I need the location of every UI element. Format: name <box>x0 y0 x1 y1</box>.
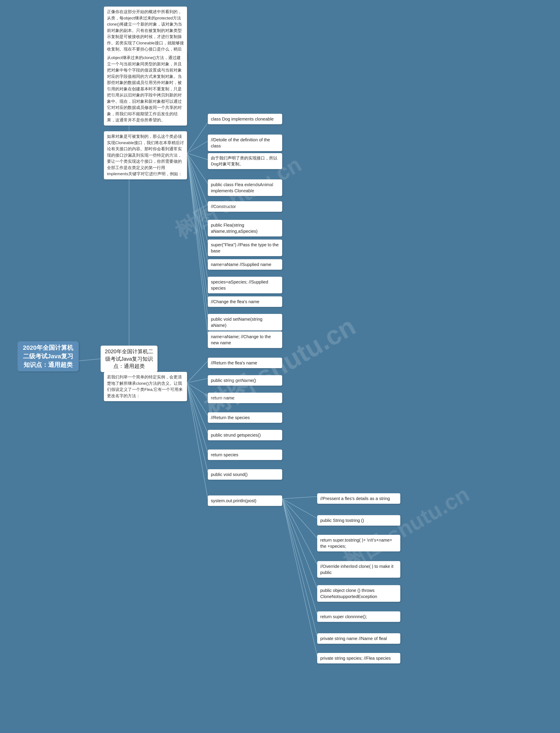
far-right-1: //Pressent a fles's details as a string <box>317 493 400 504</box>
text-2-content: 从object继承过来的clone()方法，通过建立一个与当前对象同类型的新对象… <box>107 55 182 122</box>
svg-line-30 <box>282 499 317 518</box>
code-node-10: //Change the flea's name <box>208 296 282 307</box>
svg-line-21 <box>187 361 208 383</box>
far-right-7: private string name //Name of fleal <box>317 633 400 644</box>
lower-1: //Return the flea's name <box>211 360 257 365</box>
lower-node-7: public void sound() <box>208 469 282 480</box>
code-4: public class Flea extendsAnimal implemen… <box>211 182 273 193</box>
svg-line-34 <box>282 499 317 615</box>
code-node-6: public Flea(string aName,string,aSpecies… <box>208 220 282 236</box>
text-node-2: 从object继承过来的clone()方法，通过建立一个与当前对象同类型的新对象… <box>104 52 187 126</box>
svg-line-26 <box>187 383 208 453</box>
far-3: return super.tostring( )+ \nIt's+name+ t… <box>320 538 392 549</box>
code-1: class Dog implements cloneable <box>211 117 274 121</box>
svg-line-32 <box>282 499 317 564</box>
svg-line-15 <box>187 153 208 243</box>
code-2: //Detoile of the definition of the class <box>211 137 270 148</box>
code-3: 由于我们声明了类的实现接口，所以Dog对象可复制。 <box>211 156 277 166</box>
svg-line-24 <box>187 383 208 416</box>
text-node-3: 如果对象是可被复制的，那么这个类必须实现Cloneable接口，我们将在本章稍后… <box>104 131 187 179</box>
code-node-8: name=aName //Supplied name <box>208 259 282 270</box>
branch-node: 2020年全国计算机二级考试Java复习知识点：通用超类 <box>101 346 157 372</box>
lower-4: //Return the species <box>211 415 250 420</box>
svg-line-18 <box>187 153 208 300</box>
code-node-3: 由于我们声明了类的实现接口，所以Dog对象可复制。 <box>208 153 282 169</box>
far-right-6: return super clonnnne(); <box>317 611 400 622</box>
root-node: 2020年全国计算机二级考试Java复习知识点：通用超类 <box>17 341 79 371</box>
far-6: return super clonnnne(); <box>320 614 367 619</box>
code-12: name=aName; //Change to the new name <box>211 334 271 345</box>
lower-6: return species <box>211 452 238 457</box>
lower-3: return name <box>211 395 235 400</box>
text-1-content: 正像你在这部分开始的概述中所看到的，从类，每object继承过来的protect… <box>107 9 184 58</box>
svg-line-20 <box>187 153 208 335</box>
code-9: species=aSpecies; //Supplied species <box>211 280 268 290</box>
far-right-5: public object clone () throws CloneNotsu… <box>317 585 400 602</box>
mind-map: 树图 shutu.cn 树图 shutu.cn 树图 shutu.cn <box>0 0 560 733</box>
lower-node-3: return name <box>208 393 282 403</box>
svg-line-29 <box>282 497 317 499</box>
far-8: private string species; //Flea species <box>320 656 391 661</box>
lower-2: public string getName() <box>211 378 256 383</box>
svg-line-13 <box>187 153 208 206</box>
lower-node-6: return species <box>208 450 282 460</box>
far-right-3: return super.tostring( )+ \nIt's+name+ t… <box>317 535 400 551</box>
scenario-node: 若我们列举一个简单的特定实例，会更清楚地了解所继承clone()方法的含义。让我… <box>104 372 187 401</box>
svg-line-14 <box>187 153 208 223</box>
svg-line-16 <box>187 153 208 262</box>
code-node-9: species=aSpecies; //Supplied species <box>208 277 282 293</box>
svg-line-0 <box>79 359 101 361</box>
svg-line-36 <box>282 499 317 656</box>
code-node-7: super("Flea") //Pass the type to the bas… <box>208 240 282 256</box>
code-5: //Constructor <box>211 204 236 209</box>
code-node-12: name=aName; //Change to the new name <box>208 331 282 348</box>
far-4: //Override inherited clone( ) to make it… <box>320 564 394 575</box>
svg-line-35 <box>282 499 317 637</box>
svg-line-27 <box>187 383 208 472</box>
code-node-1: class Dog implements cloneable <box>208 114 282 124</box>
code-10: //Change the flea's name <box>211 299 259 304</box>
svg-line-9 <box>187 122 208 153</box>
code-6: public Flea(string aName,string,aSpecies… <box>211 223 257 234</box>
far-2: public String tostring () <box>320 518 364 523</box>
far-right-8: private string species; //Flea species <box>317 653 400 663</box>
svg-line-33 <box>282 499 317 588</box>
far-1: //Pressent a fles's details as a string <box>320 496 390 501</box>
code-8: name=aName //Supplied name <box>211 262 271 267</box>
svg-line-12 <box>187 153 208 184</box>
far-5: public object clone () throws CloneNotsu… <box>320 588 377 599</box>
lower-node-1: //Return the flea's name <box>208 358 282 368</box>
lower-node-5: public strund getspecies() <box>208 430 282 440</box>
code-node-4: public class Flea extendsAnimal implemen… <box>208 179 282 196</box>
far-right-2: public String tostring () <box>317 515 400 526</box>
code-node-2: //Detoile of the definition of the class <box>208 135 282 151</box>
svg-line-10 <box>187 141 208 153</box>
svg-line-31 <box>282 499 317 538</box>
svg-line-19 <box>187 153 208 317</box>
svg-line-25 <box>187 383 208 433</box>
svg-line-17 <box>187 153 208 280</box>
scenario-text: 若我们列举一个简单的特定实例，会更清楚地了解所继承clone()方法的含义。让我… <box>107 375 183 398</box>
svg-line-11 <box>187 153 208 160</box>
lower-node-4: //Return the species <box>208 412 282 423</box>
lower-5: public strund getspecies() <box>211 433 261 437</box>
text-3-content: 如果对象是可被复制的，那么这个类必须实现Cloneable接口，我们将在本章稍后… <box>107 134 184 176</box>
code-node-5: //Constructor <box>208 201 282 212</box>
system-text: system.out.println(post) <box>211 498 256 503</box>
svg-line-22 <box>187 378 208 383</box>
root-label: 2020年全国计算机二级考试Java复习知识点：通用超类 <box>23 344 73 368</box>
svg-line-23 <box>187 383 208 396</box>
code-node-11: public void setName(string aName) <box>208 314 282 331</box>
code-7: super("Flea") //Pass the type to the bas… <box>211 242 279 253</box>
system-node: system.out.println(post) <box>208 495 282 506</box>
svg-line-28 <box>187 383 208 499</box>
lower-7: public void sound() <box>211 472 248 477</box>
lower-node-2: public string getName() <box>208 375 282 386</box>
far-7: private string name //Name of fleal <box>320 636 387 641</box>
far-right-4: //Override inherited clone( ) to make it… <box>317 561 400 578</box>
branch-label: 2020年全国计算机二级考试Java复习知识点：通用超类 <box>105 348 153 369</box>
code-11: public void setName(string aName) <box>211 317 263 328</box>
